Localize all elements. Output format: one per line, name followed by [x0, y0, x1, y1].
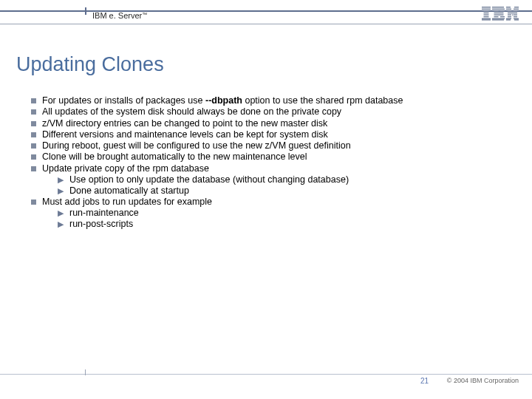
bullet-text: Must add jobs to run updates for example — [42, 197, 212, 208]
header-rule-top — [0, 10, 532, 12]
svg-rect-22 — [508, 10, 512, 11]
list-item: During reboot, guest will be configured … — [31, 140, 507, 151]
list-item: Different versions and maintenance level… — [31, 129, 507, 140]
list-item: Clone will be brought automatically to t… — [31, 151, 507, 163]
arrow-icon: ▶ — [58, 185, 64, 197]
bullet-square-icon — [31, 121, 36, 126]
svg-rect-20 — [506, 9, 511, 10]
svg-rect-7 — [482, 19, 491, 20]
svg-rect-24 — [508, 13, 517, 13]
slide-title: Updating Clones — [16, 53, 532, 76]
sub-list-item: ▶ Use option to only update the database… — [58, 174, 507, 185]
svg-rect-26 — [512, 14, 514, 15]
svg-rect-5 — [484, 16, 489, 17]
slide-footer: 21 © 2004 IBM Corporation — [0, 374, 532, 390]
svg-rect-14 — [494, 16, 499, 17]
svg-rect-25 — [508, 14, 511, 15]
svg-rect-27 — [514, 14, 517, 15]
bullet-text: Different versions and maintenance level… — [42, 129, 328, 140]
svg-rect-17 — [492, 19, 504, 20]
brand-prefix: IBM e. — [92, 11, 118, 20]
slide-header: IBM e. Server™ — [0, 0, 532, 28]
sub-list-item: ▶ Done automatically at startup — [58, 185, 507, 197]
bullet-text: For updates or installs of packages use … — [42, 95, 403, 106]
list-item: Must add jobs to run updates for example — [31, 197, 507, 208]
svg-rect-18 — [506, 7, 511, 7]
arrow-icon: ▶ — [58, 208, 64, 219]
bullet-text: Clone will be brought automatically to t… — [42, 151, 307, 163]
copyright-text: © 2004 IBM Corporation — [447, 377, 519, 384]
sub-bullet-text: run-maintenance — [69, 208, 139, 219]
svg-rect-10 — [494, 10, 499, 11]
bullet-square-icon — [31, 154, 36, 160]
footer-tick — [85, 369, 86, 375]
sub-bullet-text: Done automatically at startup — [69, 185, 189, 197]
bullet-square-icon — [31, 166, 36, 171]
bullet-square-icon — [31, 200, 36, 205]
arrow-icon: ▶ — [58, 174, 64, 185]
svg-rect-8 — [492, 7, 504, 7]
svg-rect-6 — [482, 18, 491, 19]
bullet-text: z/VM directory entries can be changed to… — [42, 118, 327, 129]
sub-list-item: ▶ run-maintenance — [58, 208, 507, 219]
slide-body: For updates or installs of packages use … — [31, 95, 507, 230]
brand-text: IBM e. Server™ — [92, 10, 147, 21]
svg-rect-0 — [482, 7, 491, 7]
header-tick — [85, 7, 86, 15]
list-item: For updates or installs of packages use … — [31, 95, 507, 106]
page-number: 21 — [420, 377, 429, 385]
svg-rect-19 — [514, 7, 519, 7]
svg-rect-15 — [500, 16, 505, 17]
list-item: z/VM directory entries can be changed to… — [31, 118, 507, 129]
svg-rect-23 — [514, 10, 518, 11]
svg-rect-4 — [484, 14, 489, 15]
ibm-logo-icon — [482, 6, 519, 21]
brand-tm: ™ — [142, 12, 147, 17]
bullet-text: All updates of the system disk should al… — [42, 106, 341, 117]
header-rule-bottom — [0, 24, 532, 24]
bullet-square-icon — [31, 132, 36, 137]
svg-rect-3 — [484, 13, 489, 13]
bullet-text: During reboot, guest will be configured … — [42, 140, 351, 151]
bullet-text-pre: For updates or installs of packages use — [42, 95, 205, 106]
brand-server: Server — [118, 11, 142, 20]
bullet-square-icon — [31, 98, 36, 103]
bullet-text-post: option to use the shared rpm database — [242, 95, 403, 106]
list-item: All updates of the system disk should al… — [31, 106, 507, 117]
bullet-square-icon — [31, 109, 36, 115]
svg-rect-31 — [514, 18, 519, 19]
svg-rect-30 — [506, 18, 511, 19]
bullet-text-bold: --dbpath — [205, 95, 242, 106]
svg-rect-28 — [508, 16, 511, 17]
footer-rule — [0, 374, 532, 375]
svg-rect-32 — [506, 19, 511, 20]
arrow-icon: ▶ — [58, 219, 64, 230]
sub-bullet-text: run-post-scripts — [69, 219, 133, 230]
svg-rect-11 — [500, 10, 505, 11]
bullet-text: Update private copy of the rpm database — [42, 163, 209, 174]
svg-rect-29 — [514, 16, 517, 17]
sub-list-item: ▶ run-post-scripts — [58, 219, 507, 230]
list-item: Update private copy of the rpm database — [31, 163, 507, 174]
svg-rect-13 — [494, 14, 504, 15]
svg-rect-9 — [492, 9, 505, 10]
bullet-square-icon — [31, 143, 36, 149]
svg-rect-21 — [514, 9, 519, 10]
svg-rect-12 — [494, 13, 504, 13]
svg-rect-16 — [492, 18, 505, 19]
svg-rect-2 — [484, 10, 489, 11]
svg-rect-1 — [482, 9, 491, 10]
svg-rect-33 — [514, 19, 519, 20]
sub-bullet-text: Use option to only update the database (… — [69, 174, 349, 185]
